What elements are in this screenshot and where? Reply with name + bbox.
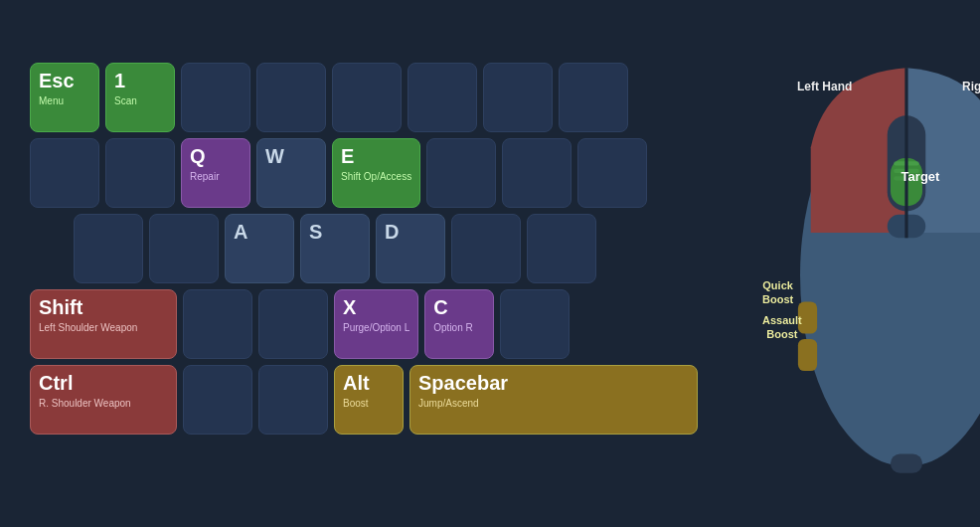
- key-placeholder: [74, 214, 143, 283]
- key-1-sub: Scan: [114, 95, 166, 107]
- key-shift[interactable]: Shift Left Shoulder Weapon: [30, 289, 177, 359]
- key-q[interactable]: Q Repair: [181, 138, 250, 208]
- key-a[interactable]: A: [225, 214, 294, 283]
- key-placeholder: [183, 289, 252, 359]
- key-placeholder: [502, 138, 572, 208]
- key-esc-sub: Menu: [39, 95, 90, 107]
- key-a-main: A: [234, 221, 285, 243]
- key-x-main: X: [343, 296, 409, 318]
- key-placeholder: [258, 289, 328, 359]
- key-placeholder: [527, 214, 596, 283]
- key-s[interactable]: S: [300, 214, 370, 283]
- key-alt-sub: Boost: [343, 398, 395, 410]
- key-spacebar-main: Spacebar: [418, 372, 689, 394]
- key-placeholder: [181, 63, 250, 132]
- key-w[interactable]: W: [256, 138, 326, 208]
- key-1-main: 1: [114, 70, 166, 91]
- mouse-target-label: Target: [901, 169, 940, 186]
- key-placeholder: [500, 289, 570, 359]
- key-alt[interactable]: Alt Boost: [334, 365, 404, 435]
- keyboard: Esc Menu 1 Scan Q Repair W: [30, 63, 698, 435]
- keyboard-row-1: Esc Menu 1 Scan: [30, 63, 698, 132]
- key-spacebar[interactable]: Spacebar Jump/Ascend: [409, 365, 698, 435]
- key-placeholder: [30, 138, 99, 208]
- keyboard-row-3: A S D: [30, 214, 698, 283]
- key-placeholder: [577, 138, 647, 208]
- key-e[interactable]: E Shift Op/Access: [332, 138, 420, 208]
- svg-rect-9: [798, 339, 817, 371]
- key-placeholder: [426, 138, 496, 208]
- svg-rect-10: [891, 453, 922, 472]
- key-placeholder: [332, 63, 402, 132]
- mouse-left-hand-label: Left Hand: [797, 80, 852, 95]
- key-placeholder: [258, 365, 328, 435]
- key-c[interactable]: C Option R: [424, 289, 494, 359]
- main-container: Esc Menu 1 Scan Q Repair W: [0, 0, 980, 497]
- key-w-main: W: [265, 145, 317, 167]
- key-ctrl[interactable]: Ctrl R. Shoulder Weapon: [30, 365, 177, 435]
- keyboard-row-2: Q Repair W E Shift Op/Access: [30, 138, 698, 208]
- key-q-main: Q: [190, 145, 242, 167]
- key-spacebar-sub: Jump/Ascend: [418, 398, 689, 410]
- key-esc[interactable]: Esc Menu: [30, 63, 99, 132]
- key-q-sub: Repair: [190, 171, 242, 183]
- mouse-right-hand-label: Right Hand: [962, 80, 980, 95]
- mouse-assault-boost-label: AssaultBoost: [762, 313, 802, 342]
- key-shift-sub: Left Shoulder Weapon: [39, 322, 168, 334]
- key-alt-main: Alt: [343, 372, 395, 394]
- key-d-main: D: [385, 221, 436, 243]
- mouse-diagram: Left Hand Right Hand Target QuickBoost A…: [767, 20, 980, 477]
- key-d[interactable]: D: [376, 214, 445, 283]
- key-placeholder: [483, 63, 553, 132]
- key-ctrl-main: Ctrl: [39, 372, 168, 394]
- keyboard-row-4: Shift Left Shoulder Weapon X Purge/Optio…: [30, 289, 698, 359]
- key-e-sub: Shift Op/Access: [341, 171, 411, 183]
- key-ctrl-sub: R. Shoulder Weapon: [39, 398, 168, 410]
- key-placeholder: [408, 63, 477, 132]
- key-s-main: S: [309, 221, 361, 243]
- key-esc-main: Esc: [39, 70, 90, 91]
- key-placeholder: [183, 365, 252, 435]
- mouse-quick-boost-label: QuickBoost: [762, 278, 793, 307]
- key-placeholder: [559, 63, 628, 132]
- key-placeholder: [451, 214, 521, 283]
- key-placeholder: [105, 138, 175, 208]
- key-shift-main: Shift: [39, 296, 168, 318]
- key-1[interactable]: 1 Scan: [105, 63, 175, 132]
- key-c-sub: Option R: [433, 322, 485, 334]
- key-placeholder: [256, 63, 326, 132]
- key-e-main: E: [341, 145, 411, 167]
- keyboard-row-5: Ctrl R. Shoulder Weapon Alt Boost Spaceb…: [30, 365, 698, 435]
- key-c-main: C: [433, 296, 485, 318]
- key-x[interactable]: X Purge/Option L: [334, 289, 418, 359]
- key-x-sub: Purge/Option L: [343, 322, 409, 334]
- key-placeholder: [149, 214, 219, 283]
